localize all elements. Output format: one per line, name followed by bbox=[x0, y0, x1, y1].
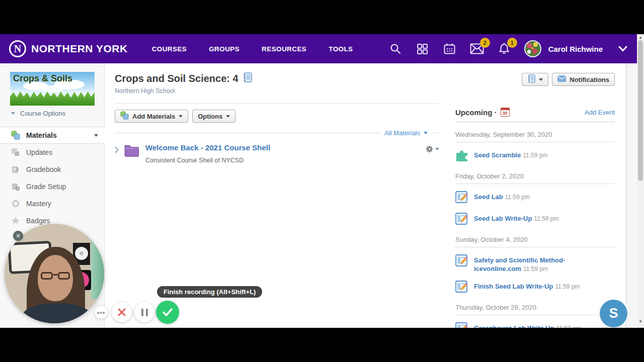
course-banner-image[interactable]: Crops & Soils bbox=[10, 72, 95, 106]
badges-icon bbox=[11, 216, 20, 225]
folder-icon[interactable] bbox=[124, 144, 139, 159]
page-gutter bbox=[626, 63, 637, 328]
course-options-label: Course Options bbox=[20, 110, 65, 117]
chevron-down-icon bbox=[94, 134, 98, 137]
options-button[interactable]: Options bbox=[192, 110, 235, 123]
course-dashboard-button[interactable] bbox=[522, 73, 548, 86]
chevron-down-icon bbox=[435, 148, 439, 150]
calendar-icon[interactable] bbox=[443, 42, 457, 56]
webcam-close-button[interactable]: ✕ bbox=[13, 231, 23, 241]
user-avatar[interactable] bbox=[524, 40, 541, 57]
nav-tools[interactable]: TOOLS bbox=[329, 45, 353, 53]
event-row: Safety and Scientific Method- icevonline… bbox=[455, 254, 615, 274]
chevron-down-icon bbox=[226, 115, 230, 118]
sidebar-item-label: Grade Setup bbox=[26, 183, 66, 191]
school-link[interactable]: Northern High School bbox=[115, 87, 175, 95]
assignment-icon bbox=[455, 280, 468, 295]
recorder-pause-button[interactable] bbox=[134, 302, 154, 322]
divider bbox=[115, 133, 381, 133]
scrollbar[interactable]: ▲ ▼ bbox=[637, 34, 644, 328]
event-link[interactable]: Seed Scramble bbox=[474, 151, 521, 159]
add-event-link[interactable]: Add Event bbox=[585, 109, 615, 116]
calendar-30-icon[interactable]: 30 bbox=[501, 108, 510, 117]
course-main: Crops and Soil Science: 4 Northern High … bbox=[115, 72, 439, 164]
event-link[interactable]: Seed Lab bbox=[474, 193, 503, 201]
user-menu-chevron-icon[interactable] bbox=[616, 42, 630, 56]
folder-gear-menu[interactable] bbox=[426, 145, 439, 153]
notifications-label: Notifications bbox=[570, 76, 609, 83]
folder-title-link[interactable]: Welcome Back - 2021 Course Shell bbox=[145, 143, 270, 152]
sidebar-item-mastery[interactable]: Mastery bbox=[0, 195, 105, 212]
sidebar-item-materials[interactable]: Materials bbox=[0, 127, 105, 144]
notifications-button[interactable]: Notifications bbox=[552, 73, 615, 86]
assignment-icon bbox=[455, 212, 468, 227]
app-grid-icon[interactable] bbox=[416, 42, 430, 56]
add-materials-icon bbox=[120, 111, 129, 121]
header-actions: 2 1 Carol Richwine bbox=[388, 40, 630, 57]
brand-logo[interactable]: N NORTHERN YORK bbox=[9, 40, 128, 57]
event-date-header: Friday, October 2, 2020 bbox=[455, 172, 615, 184]
event-link[interactable]: Greenhouse Lab Write Up bbox=[474, 324, 554, 328]
assignment-icon bbox=[455, 254, 468, 269]
chevron-down-icon bbox=[539, 78, 543, 81]
event-time: 11:59 pm bbox=[523, 152, 547, 159]
upcoming-title: Upcoming · bbox=[455, 108, 497, 117]
event-row: Seed Lab11:59 pm bbox=[455, 191, 615, 206]
nav-groups[interactable]: GROUPS bbox=[209, 45, 239, 53]
chevron-down-icon[interactable] bbox=[424, 132, 428, 134]
divider bbox=[115, 103, 439, 104]
sidebar-item-label: Updates bbox=[26, 148, 52, 156]
letterbox-top bbox=[0, 0, 644, 34]
event-link[interactable]: Finish Seed Lab Write-Up bbox=[474, 283, 553, 290]
scrollbar-thumb[interactable] bbox=[638, 40, 643, 181]
nav-resources[interactable]: RESOURCES bbox=[262, 45, 306, 53]
materials-filter[interactable]: All Materials bbox=[384, 129, 420, 137]
recorder-finish-button[interactable] bbox=[156, 301, 179, 324]
nav-courses[interactable]: COURSES bbox=[152, 45, 187, 53]
upcoming-panel: Upcoming · 30 Add Event Wednesday, Septe… bbox=[455, 108, 615, 328]
event-time: 11:59 pm bbox=[534, 215, 558, 222]
app-header: N NORTHERN YORK COURSES GROUPS RESOURCES… bbox=[0, 34, 637, 63]
gradebook-icon bbox=[11, 165, 20, 174]
sidebar-item-label: Gradebook bbox=[26, 165, 61, 173]
x-icon bbox=[117, 308, 126, 317]
calendar-day: 30 bbox=[501, 111, 509, 116]
course-options-toggle[interactable]: Course Options bbox=[11, 110, 65, 117]
banner-text: Crops & Soils bbox=[13, 73, 72, 84]
sidebar-item-label: Materials bbox=[26, 131, 57, 139]
search-icon[interactable] bbox=[388, 42, 403, 56]
notifications-bell-icon[interactable]: 1 bbox=[497, 42, 511, 56]
scroll-up-arrow[interactable]: ▲ bbox=[637, 35, 644, 40]
sidebar-item-gradebook[interactable]: Gradebook bbox=[0, 161, 105, 178]
banner-grass bbox=[10, 90, 95, 106]
sidebar-item-grade-setup[interactable]: Grade Setup bbox=[0, 178, 105, 195]
recorder-cancel-button[interactable] bbox=[112, 302, 132, 322]
sidebar-item-updates[interactable]: Updates bbox=[0, 144, 105, 161]
event-row: Greenhouse Lab Write Up11:59 pm bbox=[455, 322, 615, 328]
folder-description: Consistent Course Shell of NYCSD bbox=[145, 157, 270, 164]
browser-page: N NORTHERN YORK COURSES GROUPS RESOURCES… bbox=[0, 34, 644, 328]
messages-badge: 2 bbox=[480, 38, 490, 48]
expand-folder-icon[interactable] bbox=[115, 146, 119, 155]
screencastify-bubble[interactable]: S bbox=[600, 300, 627, 327]
chevron-down-icon bbox=[11, 112, 15, 115]
mastery-icon bbox=[11, 199, 20, 208]
notebook-icon bbox=[527, 74, 535, 84]
event-link[interactable]: Seed Lab Write-Up bbox=[474, 215, 532, 222]
materials-filter-row: All Materials bbox=[115, 129, 439, 137]
screen: N NORTHERN YORK COURSES GROUPS RESOURCES… bbox=[0, 0, 644, 362]
scroll-down-arrow[interactable]: ▼ bbox=[637, 319, 644, 324]
add-materials-button[interactable]: Add Materials bbox=[115, 110, 188, 123]
check-icon bbox=[162, 308, 173, 317]
recorder-more-button[interactable]: ••• bbox=[95, 306, 108, 319]
user-name[interactable]: Carol Richwine bbox=[548, 45, 603, 53]
letterbox-bottom bbox=[0, 328, 644, 362]
brand-n-icon: N bbox=[9, 40, 26, 57]
updates-icon bbox=[11, 148, 20, 157]
event-row: Seed Lab Write-Up11:59 pm bbox=[455, 212, 615, 227]
materials-icon bbox=[11, 131, 20, 140]
event-link[interactable]: Safety and Scientific Method- icevonline… bbox=[474, 256, 565, 273]
messages-icon[interactable]: 2 bbox=[470, 42, 484, 56]
event-time: 11:59 pm bbox=[505, 194, 530, 201]
primary-nav: COURSES GROUPS RESOURCES TOOLS bbox=[152, 45, 353, 53]
